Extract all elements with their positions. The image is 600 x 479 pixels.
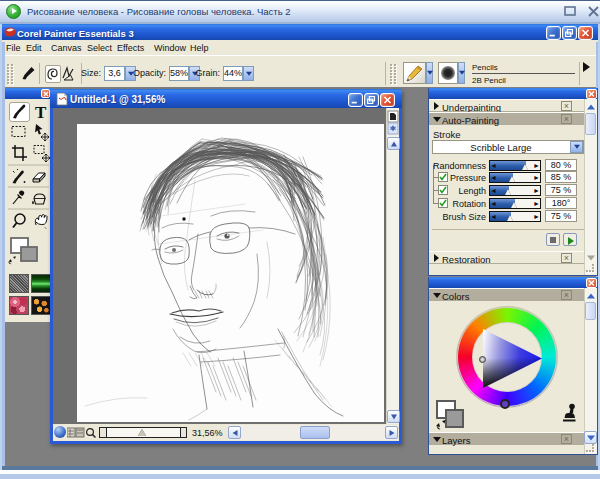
svg-text:T: T [35, 103, 47, 122]
